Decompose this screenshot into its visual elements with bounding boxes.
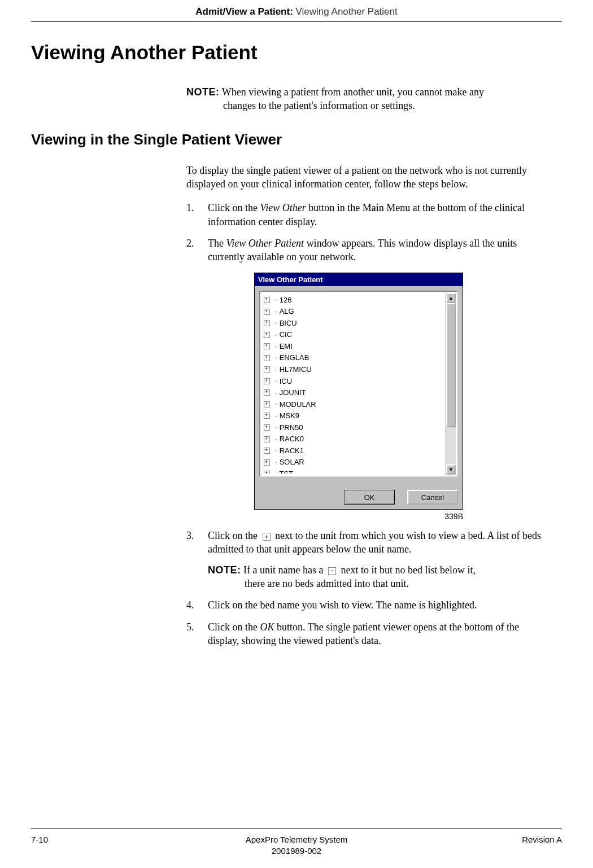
expand-icon[interactable] [264,297,270,303]
unit-label: ICU [280,376,292,387]
list-item: 3. Click on the + next to the unit from … [186,529,551,590]
revision: Revision A [494,834,562,845]
inner-note: NOTE: If a unit name has a − next to it … [208,563,551,591]
expand-icon[interactable] [264,366,270,372]
scroll-thumb[interactable] [446,303,456,427]
ui-term: OK [260,621,274,633]
unit-label: RACK1 [280,446,304,456]
dialog-screenshot: View Other Patient ··126··ALG··BICU··CIC… [254,273,551,522]
expand-icon[interactable] [264,378,270,384]
unit-label: HL7MICU [280,365,312,375]
tree-item[interactable]: ··CIC [263,329,455,341]
expand-icon[interactable] [264,309,270,315]
minus-collapse-icon: − [328,567,336,575]
note-label: NOTE: [208,564,241,576]
unit-label: RACK0 [280,434,304,444]
expand-icon[interactable] [264,413,270,419]
section-heading: Viewing in the Single Patient Viewer [31,130,562,150]
header-subsection: Viewing Another Patient [296,6,398,17]
unit-label: EMI [280,341,293,352]
tree-item[interactable]: ··MODULAR [263,398,455,410]
tree-item[interactable]: ··ICU [263,375,455,387]
tree-item[interactable]: ··TST [263,468,455,474]
tree-item[interactable]: ··HL7MICU [263,363,455,375]
tree-item[interactable]: ··MSK9 [263,410,455,422]
unit-label: JOUNIT [280,388,306,398]
tree-item[interactable]: ··ENGLAB [263,352,455,364]
header-section: Admit/View a Patient: [195,6,293,17]
intro-paragraph: To display the single patient viewer of … [186,164,551,191]
unit-label: ENGLAB [280,353,309,363]
unit-label: MODULAR [280,400,316,410]
tree-item[interactable]: ··SOLAR [263,457,455,468]
list-item: 2. The View Other Patient window appears… [186,236,551,264]
ok-button[interactable]: OK [344,490,395,505]
expand-icon[interactable] [264,355,270,361]
step-text: Click on the [208,202,260,213]
unit-label: MSK9 [280,411,299,421]
expand-icon[interactable] [264,424,270,431]
expand-icon[interactable] [264,332,270,338]
expand-icon[interactable] [264,459,270,466]
ui-term: View Other Patient [226,238,304,249]
tree-item[interactable]: ··JOUNIT [263,387,455,399]
expand-icon[interactable] [264,471,270,474]
step-text: Click on the [208,621,260,633]
ui-term: View Other [260,202,306,213]
unit-label: TST [280,469,294,474]
expand-icon[interactable] [264,343,270,349]
page-number: 7-10 [31,834,99,845]
expand-icon[interactable] [264,448,270,454]
tree-item[interactable]: ··EMI [263,340,455,352]
expand-icon[interactable] [264,320,270,326]
unit-label: CIC [280,330,292,340]
expand-icon[interactable] [264,436,270,442]
tree-item[interactable]: ··BICU [263,317,455,329]
expand-icon[interactable] [264,401,270,407]
unit-label: PRN50 [280,423,303,433]
figure-label: 339B [254,511,463,522]
list-item: 5. Click on the OK button. The single pa… [186,620,551,648]
tree-item[interactable]: ··PRN50 [263,422,455,433]
note-label: NOTE: [186,86,220,98]
view-other-patient-dialog: View Other Patient ··126··ALG··BICU··CIC… [254,273,463,510]
cancel-button[interactable]: Cancel [407,490,458,505]
list-item: 4. Click on the bed name you wish to vie… [186,598,551,612]
page-footer: 7-10 ApexPro Telemetry System 2001989-00… [31,828,562,857]
scroll-up-button[interactable]: ▲ [446,293,456,303]
tree-item[interactable]: ··RACK1 [263,445,455,457]
tree-item[interactable]: ··ALG [263,306,455,318]
note-text-line1: When viewing a patient from another unit… [222,86,484,98]
dialog-titlebar: View Other Patient [255,273,463,287]
product-name: ApexPro Telemetry System [99,834,494,845]
unit-label: 126 [280,295,292,305]
tree-item[interactable]: ··RACK0 [263,433,455,445]
scroll-down-button[interactable]: ▼ [446,464,456,475]
page-header: Admit/View a Patient: Viewing Another Pa… [31,0,562,22]
scrollbar[interactable]: ▲ ▼ [446,293,456,475]
step-number: 1. [186,201,194,214]
note-text: If a unit name has a [243,564,326,576]
note-text: there are no beds admitted into that uni… [245,577,551,590]
unit-label: ALG [280,306,294,317]
step-number: 3. [186,529,194,542]
unit-label: BICU [280,318,297,328]
step-number: 5. [186,620,194,634]
step-text: Click on the bed name you wish to view. … [208,599,477,611]
unit-label: SOLAR [280,457,304,467]
note-block: NOTE: When viewing a patient from anothe… [186,85,551,113]
plus-expand-icon: + [263,533,271,541]
unit-listbox[interactable]: ··126··ALG··BICU··CIC··EMI··ENGLAB··HL7M… [259,291,458,477]
step-number: 2. [186,236,194,250]
page-title: Viewing Another Patient [31,39,562,65]
note-text-line2: changes to the patient's information or … [223,99,551,112]
step-number: 4. [186,598,194,612]
expand-icon[interactable] [264,389,270,396]
step-text: Click on the [208,530,260,541]
list-item: 1. Click on the View Other button in the… [186,201,551,229]
document-number: 2001989-002 [99,845,494,857]
tree-item[interactable]: ··126 [263,294,455,306]
step-text: The [208,238,226,249]
note-text: next to it but no bed list below it, [338,564,476,576]
